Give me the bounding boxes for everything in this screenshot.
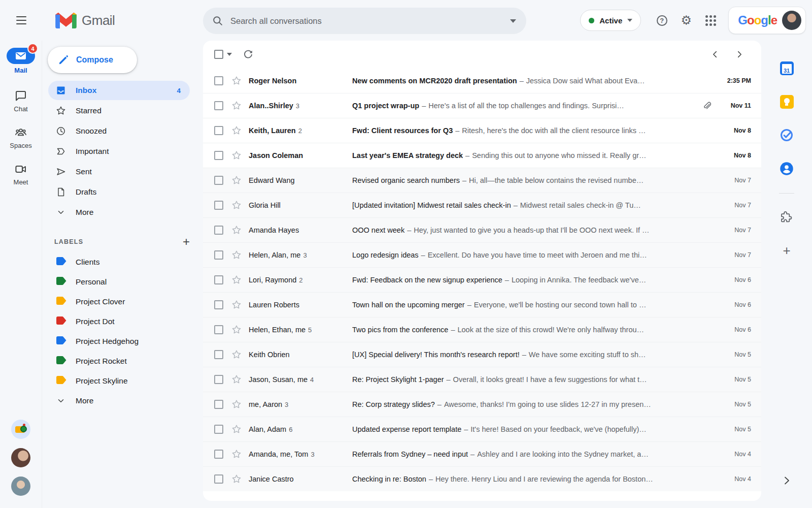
keep-button[interactable] bbox=[776, 91, 797, 112]
star-icon[interactable] bbox=[231, 300, 242, 310]
email-subject: New comments on MCR2020 draft presentati… bbox=[352, 77, 517, 85]
email-checkbox[interactable] bbox=[214, 425, 223, 434]
sidebar-item-snoozed[interactable]: Snoozed bbox=[48, 121, 190, 141]
email-checkbox[interactable] bbox=[214, 474, 223, 484]
email-row[interactable]: Janice Castro Checking in re: Boston–Hey… bbox=[203, 466, 761, 491]
newer-page-button[interactable] bbox=[710, 50, 720, 59]
star-icon[interactable] bbox=[231, 125, 242, 136]
sidebar-item-sent[interactable]: Sent bbox=[48, 162, 190, 181]
email-checkbox[interactable] bbox=[214, 300, 223, 309]
email-row[interactable]: Lauren Roberts Town hall on the upcoming… bbox=[203, 292, 761, 317]
star-icon[interactable] bbox=[231, 275, 242, 285]
sidebar-label-item[interactable]: Project Hedgehog bbox=[48, 331, 190, 351]
email-row[interactable]: Alan, Adam6 Updated expense report templ… bbox=[203, 417, 761, 441]
tasks-button[interactable] bbox=[776, 125, 797, 145]
labels-more[interactable]: More bbox=[48, 391, 190, 410]
contacts-button[interactable] bbox=[776, 158, 797, 179]
email-checkbox[interactable] bbox=[214, 450, 223, 459]
search-input[interactable]: Search all conversations bbox=[230, 16, 510, 26]
email-row[interactable]: Alan..Shirley3 Q1 project wrap-up–Here's… bbox=[203, 93, 761, 118]
expand-panel-button[interactable] bbox=[776, 470, 797, 491]
star-icon[interactable] bbox=[231, 101, 242, 111]
email-checkbox[interactable] bbox=[214, 375, 223, 384]
email-row[interactable]: Edward Wang Revised organic search numbe… bbox=[203, 168, 761, 193]
star-icon[interactable] bbox=[231, 200, 242, 210]
google-account-card[interactable]: Google bbox=[728, 7, 806, 34]
email-row[interactable]: Helen, Ethan, me5 Two pics from the conf… bbox=[203, 317, 761, 342]
star-icon[interactable] bbox=[231, 350, 242, 360]
compose-button[interactable]: Compose bbox=[48, 47, 137, 73]
star-icon[interactable] bbox=[231, 424, 242, 434]
email-checkbox[interactable] bbox=[214, 101, 223, 110]
calendar-button[interactable]: 31 bbox=[776, 58, 797, 78]
sidebar-item-more[interactable]: More bbox=[48, 203, 190, 222]
email-row[interactable]: Keith, Lauren2 Fwd: Client resources for… bbox=[203, 118, 761, 143]
sidebar-item-drafts[interactable]: Drafts bbox=[48, 182, 190, 202]
email-checkbox[interactable] bbox=[214, 250, 223, 260]
email-row[interactable]: Lori, Raymond2 Fwd: Feedback on the new … bbox=[203, 267, 761, 292]
star-icon[interactable] bbox=[231, 374, 242, 385]
refresh-button[interactable] bbox=[243, 49, 253, 59]
main-menu-button[interactable] bbox=[10, 9, 33, 32]
search-options-caret-icon[interactable] bbox=[510, 19, 516, 23]
email-checkbox[interactable] bbox=[214, 176, 223, 185]
sidebar-item-inbox[interactable]: Inbox 4 bbox=[48, 81, 190, 100]
email-checkbox[interactable] bbox=[214, 226, 223, 235]
settings-button[interactable]: ⚙︎ bbox=[675, 10, 697, 31]
paperclip-icon bbox=[702, 101, 712, 111]
user-avatar[interactable] bbox=[782, 11, 801, 30]
star-icon[interactable] bbox=[231, 399, 242, 409]
email-row[interactable]: Amanda, me, Tom3 Referrals from Sydney –… bbox=[203, 441, 761, 466]
sidebar-label-item[interactable]: Project Skyline bbox=[48, 371, 190, 391]
email-checkbox[interactable] bbox=[214, 350, 223, 359]
chat-avatar-woman[interactable] bbox=[11, 448, 30, 467]
status-selector[interactable]: Active bbox=[580, 10, 641, 31]
email-checkbox[interactable] bbox=[214, 275, 223, 284]
help-button[interactable]: ? bbox=[651, 10, 672, 31]
chat-avatar-camera[interactable] bbox=[11, 420, 30, 439]
star-icon[interactable] bbox=[231, 150, 242, 161]
sidebar-label-item[interactable]: Clients bbox=[48, 252, 190, 272]
email-checkbox[interactable] bbox=[214, 400, 223, 409]
star-icon[interactable] bbox=[231, 225, 242, 235]
search-bar[interactable]: Search all conversations bbox=[203, 8, 526, 34]
email-snippet: Looping in Annika. The feedback we've… bbox=[512, 276, 646, 284]
email-row[interactable]: Keith Obrien [UX] Special delivery! This… bbox=[203, 342, 761, 367]
star-icon[interactable] bbox=[231, 250, 242, 260]
add-label-button[interactable]: + bbox=[183, 236, 190, 248]
email-checkbox[interactable] bbox=[214, 201, 223, 210]
email-row[interactable]: me, Aaron3 Re: Corp strategy slides?–Awe… bbox=[203, 392, 761, 417]
rail-item-chat[interactable]: Chat bbox=[14, 89, 27, 113]
email-checkbox[interactable] bbox=[214, 325, 223, 334]
email-row[interactable]: Jason, Susan, me4 Re: Project Skylight 1… bbox=[203, 367, 761, 392]
older-page-button[interactable] bbox=[735, 50, 744, 59]
select-options-caret-icon[interactable] bbox=[227, 53, 232, 56]
sidebar-label-item[interactable]: Personal bbox=[48, 272, 190, 292]
sidebar-label-item[interactable]: Project Clover bbox=[48, 292, 190, 311]
email-row[interactable]: Jason Coleman Last year's EMEA strategy … bbox=[203, 143, 761, 168]
addons-button[interactable] bbox=[776, 207, 797, 227]
email-row[interactable]: Roger Nelson New comments on MCR2020 dra… bbox=[203, 68, 761, 93]
add-panel-button[interactable]: + bbox=[776, 240, 797, 261]
rail-item-mail[interactable]: 4 Mail bbox=[7, 48, 35, 74]
apps-launcher-button[interactable] bbox=[700, 10, 721, 31]
rail-item-spaces[interactable]: Spaces bbox=[10, 126, 31, 149]
rail-item-meet[interactable]: Meet bbox=[14, 163, 28, 186]
star-icon[interactable] bbox=[231, 325, 242, 335]
select-all-checkbox[interactable] bbox=[214, 50, 223, 59]
email-row[interactable]: Gloria Hill [Updated invitation] Midwest… bbox=[203, 193, 761, 217]
sidebar-item-starred[interactable]: Starred bbox=[48, 101, 190, 120]
star-icon[interactable] bbox=[231, 474, 242, 484]
star-icon[interactable] bbox=[231, 449, 242, 459]
sidebar-label-item[interactable]: Project Rocket bbox=[48, 351, 190, 371]
email-row[interactable]: Helen, Alan, me3 Logo redesign ideas–Exc… bbox=[203, 242, 761, 267]
star-icon[interactable] bbox=[231, 175, 242, 185]
sidebar-label-item[interactable]: Project Dot bbox=[48, 311, 190, 331]
email-row[interactable]: Amanda Hayes OOO next week–Hey, just wan… bbox=[203, 217, 761, 242]
sidebar-item-important[interactable]: Important bbox=[48, 142, 190, 161]
email-checkbox[interactable] bbox=[214, 76, 223, 85]
star-icon[interactable] bbox=[231, 76, 242, 86]
chat-avatar-man[interactable] bbox=[11, 477, 30, 496]
email-checkbox[interactable] bbox=[214, 151, 223, 160]
email-checkbox[interactable] bbox=[214, 126, 223, 135]
